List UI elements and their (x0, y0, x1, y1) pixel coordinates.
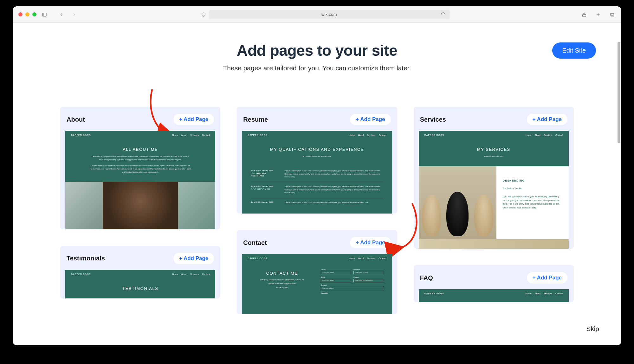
sidebar-toggle-icon[interactable] (41, 11, 48, 18)
page-card-services: Services + Add Page DAPPER DOGSHomeAbout… (414, 107, 574, 249)
address-bar[interactable]: wix.com (209, 10, 450, 19)
svg-rect-6 (611, 13, 613, 16)
add-page-button[interactable]: + Add Page (173, 253, 214, 264)
scrollbar[interactable] (618, 42, 620, 143)
card-title: Contact (243, 239, 267, 246)
card-title: Services (420, 116, 446, 123)
add-page-button[interactable]: + Add Page (350, 114, 391, 125)
add-page-button[interactable]: + Add Page (350, 237, 391, 248)
forward-button[interactable] (71, 11, 78, 18)
add-page-button[interactable]: + Add Page (527, 272, 567, 284)
preview-services[interactable]: DAPPER DOGSHomeAboutServicesContact MY S… (419, 131, 569, 249)
page-card-testimonials: Testimonials + Add Page DAPPER DOGSHomeA… (60, 246, 220, 298)
reload-icon[interactable] (440, 11, 447, 18)
url-text: wix.com (321, 12, 337, 17)
preview-testimonials[interactable]: DAPPER DOGSHomeAboutServicesContact TEST… (65, 270, 215, 298)
preview-about[interactable]: DAPPER DOGSHomeAboutServicesContact ALL … (65, 131, 215, 229)
page-card-faq: FAQ + Add Page DAPPER DOGSHomeAboutServi… (414, 265, 574, 302)
card-title: Resume (243, 116, 268, 123)
add-page-button[interactable]: + Add Page (527, 114, 567, 125)
privacy-shield-icon[interactable] (200, 11, 207, 18)
maximize-window-button[interactable] (32, 12, 36, 16)
skip-button[interactable]: Skip (586, 325, 599, 333)
page-content: Edit Site Add pages to your site These p… (13, 23, 621, 345)
card-title: Testimonials (67, 255, 105, 262)
new-tab-icon[interactable] (595, 11, 602, 18)
preview-resume[interactable]: DAPPER DOGSHomeAboutServicesContact MY Q… (242, 131, 392, 214)
browser-toolbar: wix.com (13, 6, 621, 23)
back-button[interactable] (58, 11, 65, 18)
page-card-about: About + Add Page DAPPER DOGSHomeAboutSer… (60, 107, 220, 229)
share-icon[interactable] (581, 11, 588, 18)
preview-faq[interactable]: DAPPER DOGSHomeAboutServicesContact (419, 289, 569, 302)
card-title: About (67, 116, 85, 123)
tabs-overview-icon[interactable] (609, 11, 616, 18)
close-window-button[interactable] (18, 12, 23, 16)
preview-image-row (65, 182, 215, 229)
svg-rect-5 (611, 13, 614, 16)
edit-site-button[interactable]: Edit Site (552, 42, 596, 59)
page-subtitle: These pages are tailored for you. You ca… (13, 64, 621, 72)
page-card-resume: Resume + Add Page DAPPER DOGSHomeAboutSe… (237, 107, 397, 214)
preview-dogs-image (419, 166, 496, 239)
card-title: FAQ (420, 274, 433, 282)
preview-contact[interactable]: DAPPER DOGSHomeAboutServicesContact CONT… (242, 254, 392, 314)
minimize-window-button[interactable] (25, 12, 29, 16)
browser-window: wix.com Edit Site Add pages to your site… (13, 6, 621, 345)
add-page-button[interactable]: + Add Page (173, 114, 214, 125)
traffic-lights (18, 12, 36, 16)
svg-rect-0 (42, 13, 46, 16)
page-title: Add pages to your site (13, 42, 621, 59)
page-card-contact: Contact + Add Page DAPPER DOGSHomeAboutS… (237, 230, 397, 314)
